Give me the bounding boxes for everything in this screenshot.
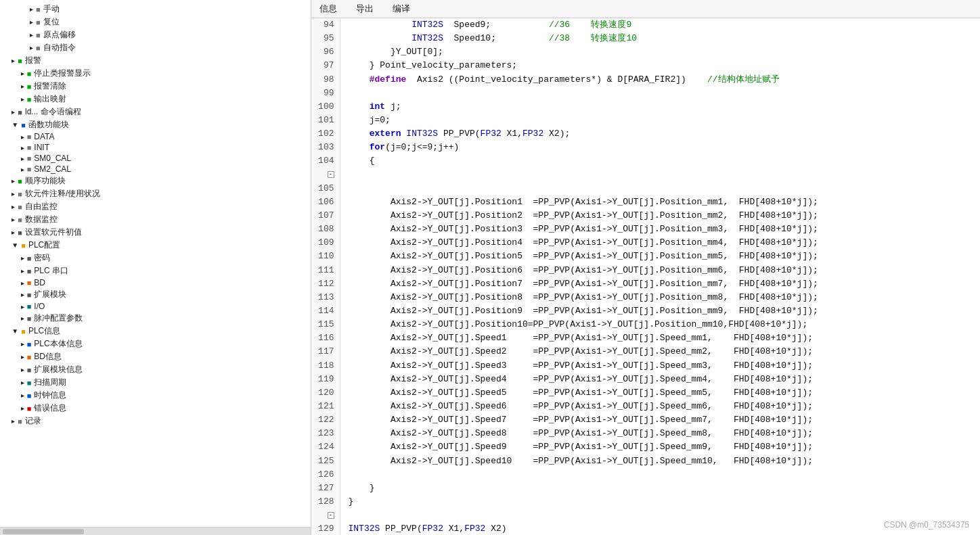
sidebar-item[interactable]: ▸■停止类报警显示 [0, 67, 311, 80]
main-area: 信息导出编译 94 INT32S Speed9; //36 转换速度995 IN… [311, 0, 980, 535]
line-number: 94 [311, 18, 340, 32]
tree-expand-icon[interactable]: ▸ [12, 177, 15, 185]
code-line-row: 115 Axis2->Y_OUT[j].Position10=PP_PVP(Ax… [311, 318, 980, 331]
code-content: Axis2->Y_OUT[j].Position5 =PP_PVP(Axis1-… [340, 250, 980, 263]
tree-expand-icon[interactable]: ▸ [21, 404, 24, 412]
tree-expand-icon[interactable]: ▸ [30, 31, 33, 39]
sidebar-item[interactable]: ▸■INIT [0, 142, 311, 153]
sidebar-item[interactable]: ▸■复位 [0, 16, 311, 28]
tree-type-icon: ■ [27, 95, 32, 103]
sidebar-item[interactable]: ▸■数据监控 [0, 213, 311, 226]
sidebar-item[interactable]: ▸■BD [0, 277, 311, 288]
sidebar-item[interactable]: ▸■软元件注释/使用状况 [0, 187, 311, 200]
sidebar-item[interactable]: ▸■PLC 串口 [0, 264, 311, 277]
code-content: INT32S Speed10; //38 转换速度10 [340, 32, 980, 45]
line-number: 124 [311, 440, 340, 454]
sidebar-item[interactable]: ▸■记录 [0, 415, 311, 427]
tree-type-icon: ■ [27, 133, 32, 141]
sidebar-item[interactable]: ▸■报警清除 [0, 80, 311, 93]
tree-expand-icon[interactable]: ▸ [12, 203, 15, 210]
sidebar-item[interactable]: ▸■ld... 命令语编程 [0, 106, 311, 118]
sidebar-item[interactable]: ▸■输出映射 [0, 93, 311, 106]
tree-expand-icon[interactable]: ▸ [21, 254, 24, 262]
tree-expand-icon[interactable]: ▸ [12, 108, 15, 116]
sidebar-item[interactable]: ▸■BD信息 [0, 350, 311, 363]
tree-expand-icon[interactable]: ▸ [30, 44, 33, 51]
sidebar-item[interactable]: ▸■PLC本体信息 [0, 338, 311, 350]
tree-expand-icon[interactable]: ▸ [21, 379, 24, 386]
tree-expand-icon[interactable]: ▼ [12, 327, 18, 335]
tree-expand-icon[interactable]: ▸ [12, 229, 15, 236]
sidebar-item[interactable]: ▸■原点偏移 [0, 28, 311, 41]
sidebar-item[interactable]: ▸■扫描周期 [0, 376, 311, 389]
menu-item-信息[interactable]: 信息 [315, 1, 341, 16]
tree-expand-icon[interactable]: ▸ [21, 83, 24, 90]
tree-expand-icon[interactable]: ▼ [12, 241, 18, 249]
tree-expand-icon[interactable]: ▸ [21, 144, 24, 152]
tree-item-label: 输出映射 [34, 93, 66, 105]
tree-expand-icon[interactable]: ▸ [21, 267, 24, 275]
tree-type-icon: ■ [18, 417, 22, 425]
code-line-row: 129INT32S PP_PVP(FP32 X1,FP32 X2) [311, 522, 980, 535]
tree-expand-icon[interactable]: ▸ [21, 155, 24, 162]
line-number: 113 [311, 291, 340, 304]
tree-type-icon: ■ [27, 165, 32, 173]
menu-item-导出[interactable]: 导出 [352, 1, 378, 16]
sidebar-item[interactable]: ▼■PLC配置 [0, 239, 311, 252]
tree-expand-icon[interactable]: ▸ [21, 133, 24, 141]
tree-expand-icon[interactable]: ▸ [30, 5, 33, 13]
tree-expand-icon[interactable]: ▸ [21, 303, 24, 310]
sidebar-item[interactable]: ▸■设置软元件初值 [0, 226, 311, 239]
sidebar-item[interactable]: ▸■顺序功能块 [0, 175, 311, 187]
sidebar-item[interactable]: ▸■手动 [0, 3, 311, 16]
tree-expand-icon[interactable]: ▸ [21, 366, 24, 373]
tree-item-label: I/O [34, 302, 45, 311]
code-content: Axis2->Y_OUT[j].Position2 =PP_PVP(Axis1-… [340, 209, 980, 223]
tree-expand-icon[interactable]: ▸ [21, 353, 24, 360]
tree-expand-icon[interactable]: ▸ [21, 70, 24, 77]
sidebar-item[interactable]: ▸■报警 [0, 54, 311, 67]
line-number: 101 [311, 114, 340, 127]
fold-icon[interactable]: - [328, 512, 334, 519]
tree-expand-icon[interactable]: ▸ [21, 392, 24, 399]
tree-expand-icon[interactable]: ▼ [12, 121, 18, 129]
tree-expand-icon[interactable]: ▸ [30, 18, 33, 26]
sidebar-item[interactable]: ▸■错误信息 [0, 402, 311, 415]
tree-expand-icon[interactable]: ▸ [12, 417, 15, 425]
code-line-row: 97 } Point_velocity_parameters; [311, 59, 980, 72]
sidebar-item[interactable]: ▸■I/O [0, 301, 311, 312]
tree-expand-icon[interactable]: ▸ [21, 279, 24, 287]
code-container[interactable]: 94 INT32S Speed9; //36 转换速度995 INT32S Sp… [311, 18, 980, 535]
tree-expand-icon[interactable]: ▸ [21, 166, 24, 173]
sidebar-item[interactable]: ▸■扩展模块信息 [0, 363, 311, 376]
sidebar-item[interactable]: ▸■密码 [0, 252, 311, 264]
menu-item-编译[interactable]: 编译 [388, 1, 414, 16]
tree-expand-icon[interactable]: ▸ [21, 315, 24, 322]
tree-type-icon: ■ [21, 121, 26, 129]
menu-bar: 信息导出编译 [311, 0, 980, 18]
sidebar-item[interactable]: ▸■SM0_CAL [0, 153, 311, 164]
code-content: { [340, 154, 980, 181]
sidebar-hscrollbar-thumb[interactable] [3, 529, 84, 534]
sidebar-item[interactable]: ▸■扩展模块 [0, 288, 311, 301]
sidebar-hscrollbar[interactable] [0, 527, 311, 535]
sidebar-item[interactable]: ▸■时钟信息 [0, 389, 311, 402]
sidebar-item[interactable]: ▼■函数功能块 [0, 118, 311, 131]
sidebar-item[interactable]: ▸■自由监控 [0, 200, 311, 213]
sidebar-item[interactable]: ▸■脉冲配置参数 [0, 312, 311, 325]
sidebar-item[interactable]: ▸■自动指令 [0, 41, 311, 54]
tree-expand-icon[interactable]: ▸ [21, 95, 24, 103]
fold-icon[interactable]: - [328, 171, 334, 178]
tree-item-label: SM0_CAL [34, 154, 71, 163]
code-line-row: 110 Axis2->Y_OUT[j].Position5 =PP_PVP(Ax… [311, 250, 980, 263]
tree-expand-icon[interactable]: ▸ [12, 216, 15, 223]
tree-expand-icon[interactable]: ▸ [21, 340, 24, 348]
tree-expand-icon[interactable]: ▸ [12, 57, 15, 64]
tree-expand-icon[interactable]: ▸ [21, 291, 24, 298]
sidebar-item[interactable]: ▼■PLC信息 [0, 325, 311, 338]
sidebar-item[interactable]: ▸■SM2_CAL [0, 164, 311, 175]
line-number: 97 [311, 59, 340, 72]
tree-expand-icon[interactable]: ▸ [12, 190, 15, 197]
line-number: 96 [311, 45, 340, 59]
sidebar-item[interactable]: ▸■DATA [0, 131, 311, 142]
